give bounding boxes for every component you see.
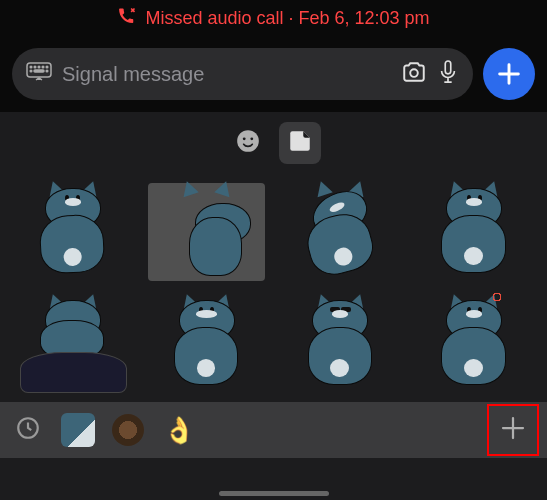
pack-thumb-lion-icon [112,414,144,446]
pack-bluecat[interactable] [56,408,100,452]
sticker-pack-bar [0,402,547,458]
emoji-smile-icon [235,128,261,158]
svg-point-4 [42,66,44,68]
svg-rect-10 [445,61,451,74]
svg-point-11 [237,130,259,152]
pack-thumb-hand-icon [163,415,193,445]
sticker-grid [0,174,547,402]
home-indicator[interactable] [219,491,329,496]
svg-rect-8 [34,70,44,72]
sticker-panel [0,112,547,500]
clock-icon [15,415,41,445]
pack-hands[interactable] [156,408,200,452]
plus-icon [498,413,528,447]
message-input-container[interactable]: Signal message [12,48,473,100]
pack-lion[interactable] [106,408,150,452]
missed-call-icon [117,6,137,31]
keyboard-icon[interactable] [26,62,52,86]
sticker-cat-sleeping[interactable] [8,290,138,398]
svg-point-7 [46,70,48,72]
missed-call-text: Missed audio call · Feb 6, 12:03 pm [145,8,429,29]
sticker-icon [287,128,313,158]
microphone-icon[interactable] [437,59,459,89]
compose-plus-button[interactable] [483,48,535,100]
composer-row: Signal message [0,36,547,112]
svg-point-12 [242,137,245,140]
panel-tabs [0,112,547,174]
pack-thumb-cat-icon [61,413,95,447]
add-sticker-pack-button[interactable] [487,404,539,456]
svg-point-1 [30,66,32,68]
sticker-cat-thumbsup[interactable] [8,178,138,286]
message-placeholder: Signal message [62,63,391,86]
sticker-cat-angry[interactable] [409,290,539,398]
svg-point-3 [38,66,40,68]
svg-point-9 [410,69,418,77]
sticker-cat-unamused[interactable] [409,178,539,286]
svg-point-2 [34,66,36,68]
svg-point-5 [46,66,48,68]
camera-icon[interactable] [401,59,427,89]
tab-emoji[interactable] [227,122,269,164]
svg-point-13 [250,137,253,140]
sticker-cat-peeking[interactable] [142,178,272,286]
pack-recent[interactable] [6,408,50,452]
sticker-cat-laughing[interactable] [276,178,406,286]
sticker-cat-smug[interactable] [142,290,272,398]
missed-call-banner[interactable]: Missed audio call · Feb 6, 12:03 pm [0,0,547,36]
svg-point-6 [30,70,32,72]
sticker-cat-cool[interactable] [276,290,406,398]
tab-stickers[interactable] [279,122,321,164]
